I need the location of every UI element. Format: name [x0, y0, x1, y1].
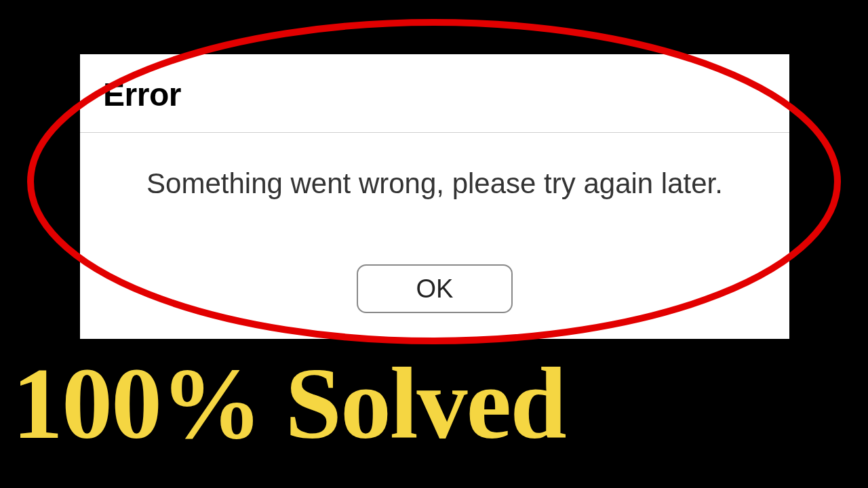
dialog-header: Error	[80, 54, 789, 133]
dialog-message: Something went wrong, please try again l…	[146, 165, 723, 203]
ok-button[interactable]: OK	[357, 264, 513, 313]
caption-overlay: 100% Solved	[12, 352, 566, 454]
dialog-footer: OK	[80, 264, 789, 339]
dialog-title: Error	[103, 76, 766, 113]
dialog-body: Something went wrong, please try again l…	[80, 133, 789, 264]
error-dialog: Error Something went wrong, please try a…	[80, 54, 789, 339]
